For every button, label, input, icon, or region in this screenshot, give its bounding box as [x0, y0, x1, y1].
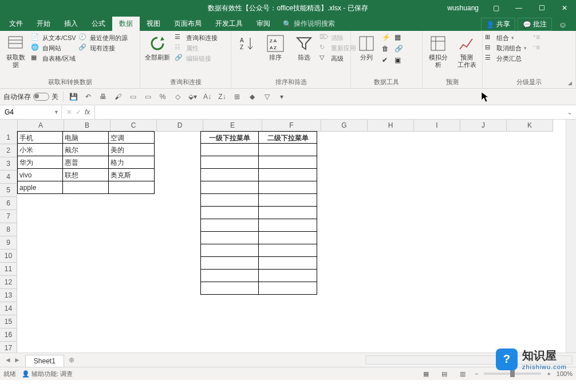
cell-A2[interactable]: 小米	[17, 144, 63, 156]
cell-A4[interactable]: vivo	[17, 169, 63, 181]
hide-detail-icon[interactable]: ⁻≡	[532, 43, 542, 53]
format-painter-icon[interactable]: 🖌	[113, 92, 123, 102]
tab-formulas[interactable]: 公式	[85, 17, 112, 31]
cell-F3[interactable]	[259, 156, 317, 169]
name-box[interactable]: ▼	[0, 105, 62, 119]
forecast-sheet-button[interactable]: 预测 工作表	[453, 33, 480, 70]
cell-B3[interactable]: 惠普	[63, 156, 109, 169]
row-header[interactable]: 13	[0, 289, 17, 302]
existing-connections-button[interactable]: 🔗现有连接	[78, 43, 128, 53]
help-smiley-button[interactable]: ☺	[554, 19, 571, 30]
cell-A3[interactable]: 华为	[17, 156, 63, 169]
row-header[interactable]: 12	[0, 276, 17, 289]
col-header[interactable]: B	[64, 120, 111, 132]
sort-asc-icon[interactable]: A↓	[202, 92, 212, 102]
toggle-off[interactable]	[33, 93, 49, 101]
cell-E7[interactable]	[200, 207, 259, 219]
shape2-icon[interactable]: ▭	[143, 92, 153, 102]
filter-qat-icon[interactable]: ▽	[262, 92, 272, 102]
cell-A1[interactable]: 手机	[17, 131, 63, 144]
row-header[interactable]: 1	[0, 131, 17, 144]
tab-file[interactable]: 文件	[2, 17, 30, 31]
cell-E3[interactable]	[200, 156, 259, 169]
col-header[interactable]: C	[111, 120, 157, 132]
sort-desc-icon[interactable]: Z↓	[217, 92, 227, 102]
data-validation-icon[interactable]: ✔	[382, 56, 391, 65]
row-header[interactable]: 3	[0, 157, 17, 171]
col-header[interactable]: H	[368, 120, 414, 132]
col-header[interactable]: A	[18, 120, 64, 132]
minimize-button[interactable]: —	[507, 0, 530, 16]
tab-insert[interactable]: 插入	[57, 17, 85, 31]
close-button[interactable]: ✕	[553, 0, 576, 16]
comments-button[interactable]: 💬批注	[518, 18, 552, 31]
vertical-scrollbar[interactable]	[566, 120, 576, 353]
subtotal-button[interactable]: ☰分类汇总	[485, 54, 527, 63]
borders-icon[interactable]: ⊞	[232, 92, 242, 102]
tab-review[interactable]: 审阅	[250, 17, 277, 31]
sheet-prev-icon[interactable]: ◄	[5, 356, 11, 364]
get-data-button[interactable]: 获取数 据	[2, 33, 29, 70]
consolidate-icon[interactable]: ▦	[394, 33, 404, 42]
cell-E8[interactable]	[200, 219, 259, 232]
cell-E2[interactable]	[200, 144, 259, 156]
col-header[interactable]: K	[507, 120, 553, 132]
cell-B5[interactable]	[63, 181, 109, 194]
col-header[interactable]: D	[157, 120, 203, 132]
shape1-icon[interactable]: ▭	[128, 92, 138, 102]
cell-A5[interactable]: apple	[17, 181, 63, 194]
row-header[interactable]: 17	[0, 342, 17, 353]
col-header[interactable]: J	[460, 120, 507, 132]
row-header[interactable]: 11	[0, 263, 17, 276]
dialog-launcher-icon[interactable]: ◢	[568, 80, 572, 86]
queries-connections-button[interactable]: ☰查询和连接	[175, 33, 218, 42]
cell-F5[interactable]	[259, 181, 317, 194]
cell-E5[interactable]	[200, 181, 259, 194]
page-break-icon[interactable]: ▥	[456, 369, 469, 379]
group-button[interactable]: ⊞组合 ▾	[485, 33, 527, 42]
ungroup-button[interactable]: ⊟取消组合 ▾	[485, 43, 527, 53]
row-header[interactable]: 4	[0, 171, 17, 184]
page-layout-icon[interactable]: ▤	[438, 369, 451, 379]
row-header[interactable]: 7	[0, 210, 17, 223]
more-icon[interactable]: ▾	[277, 92, 287, 102]
account-name[interactable]: wushuang	[441, 0, 484, 16]
zoom-out-button[interactable]: −	[475, 370, 478, 377]
select-all-corner[interactable]	[0, 120, 18, 132]
from-table-button[interactable]: ▦自表格/区域	[31, 54, 76, 63]
tab-data[interactable]: 数据	[112, 17, 140, 31]
a11y-status[interactable]: 👤 辅助功能: 调查	[22, 370, 73, 378]
cell-F4[interactable]	[259, 169, 317, 181]
cell-F11[interactable]	[259, 257, 317, 270]
cell-C3[interactable]: 格力	[109, 156, 155, 169]
print-icon[interactable]: 🖶	[98, 92, 108, 102]
filter-button[interactable]: 筛选	[291, 33, 317, 62]
sort-az-button[interactable]: AZ	[234, 33, 260, 54]
cell-F10[interactable]	[259, 244, 317, 257]
remove-dup-icon[interactable]: 🗑	[382, 45, 391, 54]
cell-B2[interactable]: 戴尔	[63, 144, 109, 156]
cell-C4[interactable]: 奥克斯	[109, 169, 155, 181]
show-detail-icon[interactable]: ⁺≡	[532, 33, 542, 42]
save-icon[interactable]: 💾	[68, 92, 78, 102]
name-box-input[interactable]	[3, 108, 40, 117]
col-header[interactable]: I	[414, 120, 460, 132]
worksheet-grid[interactable]: ABCDEFGHIJK 1234567891011121314151617 手机…	[0, 120, 576, 353]
cell-E9[interactable]	[200, 232, 259, 244]
col-header[interactable]: F	[262, 120, 321, 132]
ribbon-options-icon[interactable]: ▢	[484, 0, 507, 16]
cell-E1[interactable]: 一级下拉菜单	[200, 131, 259, 144]
cell-F7[interactable]	[259, 207, 317, 219]
row-header[interactable]: 16	[0, 328, 17, 342]
col-header[interactable]: E	[203, 120, 262, 132]
share-button[interactable]: 👤共享	[481, 18, 515, 31]
from-text-csv-button[interactable]: 📄从文本/CSV	[31, 33, 76, 42]
normal-view-icon[interactable]: ▦	[420, 369, 432, 379]
tab-dev[interactable]: 开发工具	[208, 17, 250, 31]
percent-icon[interactable]: %	[157, 92, 168, 102]
flash-fill-icon[interactable]: ⚡	[382, 33, 391, 42]
tab-home[interactable]: 开始	[30, 17, 57, 31]
namebox-dropdown-icon[interactable]: ▼	[54, 109, 59, 115]
row-header[interactable]: 9	[0, 236, 17, 250]
row-header[interactable]: 6	[0, 197, 17, 210]
